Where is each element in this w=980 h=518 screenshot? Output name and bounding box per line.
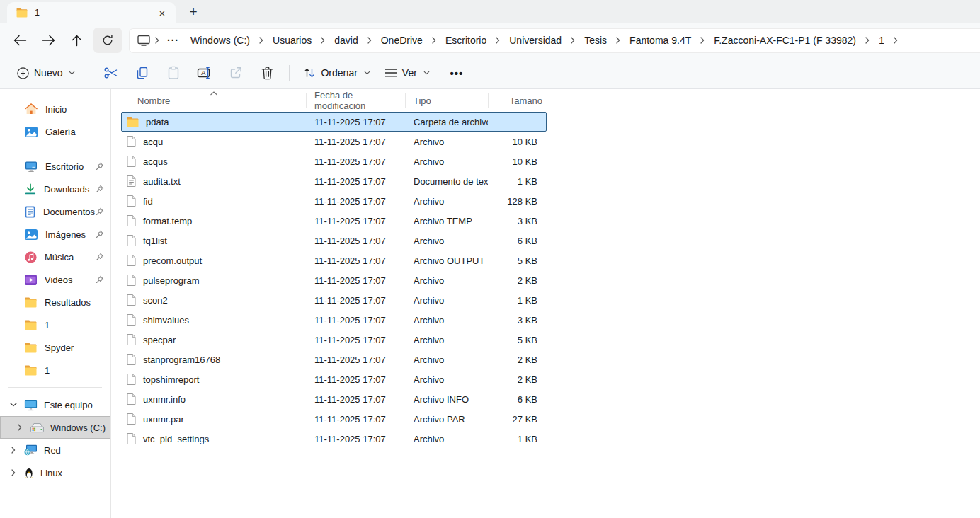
main-content: InicioGaleríaEscritorioDownloadsDocument… xyxy=(0,89,980,518)
file-date-cell: 11-11-2025 17:07 xyxy=(306,414,405,425)
refresh-button[interactable] xyxy=(93,28,122,53)
sort-button[interactable]: Ordenar xyxy=(296,61,377,85)
file-name-cell: fid xyxy=(122,195,306,207)
file-row[interactable]: scon211-11-2025 17:07Archivo1 KB xyxy=(121,290,547,310)
chevron-right-icon[interactable] xyxy=(9,447,18,454)
file-name: specpar xyxy=(143,335,176,345)
new-tab-button[interactable]: + xyxy=(183,3,204,21)
chevron-right-icon[interactable] xyxy=(16,424,24,431)
view-button[interactable]: Ver xyxy=(377,61,437,85)
column-header-tamano[interactable]: Tamaño xyxy=(489,93,549,108)
this-pc-icon xyxy=(137,34,151,47)
file-name: acqu xyxy=(143,137,163,147)
file-icon xyxy=(127,294,136,306)
file-size-cell: 3 KB xyxy=(488,315,545,326)
file-row[interactable]: uxnmr.info11-11-2025 17:07Archivo INFO6 … xyxy=(121,389,547,409)
file-row[interactable]: stanprogram1676811-11-2025 17:07Archivo2… xyxy=(121,350,547,369)
videos-icon xyxy=(25,275,37,285)
view-lines-icon xyxy=(384,68,397,78)
sidebar-item-resultados[interactable]: Resultados xyxy=(0,291,110,313)
sidebar-item-im-genes[interactable]: Imágenes xyxy=(0,223,110,246)
breadcrumb-segment[interactable]: 1 xyxy=(872,31,891,50)
up-button[interactable] xyxy=(62,28,91,53)
sidebar-tree-linux[interactable]: Linux xyxy=(0,461,110,484)
tab-close-icon[interactable]: × xyxy=(154,5,170,21)
copy-button[interactable] xyxy=(128,61,156,85)
chevron-down-icon xyxy=(69,71,75,75)
share-button[interactable] xyxy=(222,61,250,85)
home-icon xyxy=(25,103,38,115)
folder-icon xyxy=(25,365,37,376)
sidebar-item-videos[interactable]: Videos xyxy=(0,268,110,291)
sidebar-item-1[interactable]: 1 xyxy=(0,359,110,381)
file-size-cell: 128 KB xyxy=(488,196,545,207)
sidebar-tree-este-equipo[interactable]: Este equipo xyxy=(0,393,110,416)
paste-button[interactable] xyxy=(159,61,188,85)
delete-button[interactable] xyxy=(253,61,281,85)
column-header-fecha[interactable]: Fecha de modificación xyxy=(307,93,406,108)
chevron-right-icon[interactable] xyxy=(9,469,18,476)
more-options-button[interactable]: ••• xyxy=(443,61,471,85)
pin-icon xyxy=(96,253,104,263)
sidebar-tree-windows-c-[interactable]: Windows (C:) xyxy=(0,416,110,439)
back-button[interactable] xyxy=(6,28,34,53)
breadcrumb-segment[interactable]: F.Zacconi-AX-FC1-P1 (F 33982) xyxy=(707,31,862,50)
column-header-tipo[interactable]: Tipo xyxy=(406,93,489,108)
explorer-tab[interactable]: 1 × xyxy=(7,2,176,23)
file-date-cell: 11-11-2025 17:07 xyxy=(306,335,405,345)
file-row[interactable]: acqu11-11-2025 17:07Archivo10 KB xyxy=(121,132,547,151)
file-name-cell: specpar xyxy=(122,334,306,345)
cut-button[interactable] xyxy=(97,61,125,85)
address-bar[interactable]: ···Windows (C:)UsuariosdavidOneDriveEscr… xyxy=(129,28,980,53)
chevron-right-icon xyxy=(613,37,623,44)
file-name-cell: pulseprogram xyxy=(122,275,306,286)
file-type-cell: Archivo INFO xyxy=(405,394,488,405)
file-row[interactable]: pulseprogram11-11-2025 17:07Archivo2 KB xyxy=(121,270,547,290)
breadcrumb-segment[interactable]: Universidad xyxy=(503,31,568,50)
sidebar-item-galer-a[interactable]: Galería xyxy=(0,120,110,143)
sidebar-item-escritorio[interactable]: Escritorio xyxy=(0,155,110,178)
file-name: format.temp xyxy=(143,216,192,226)
file-row[interactable]: pdata11-11-2025 17:07Carpeta de archivos xyxy=(121,112,547,132)
breadcrumb-segment[interactable]: david xyxy=(328,31,364,50)
file-row[interactable]: vtc_pid_settings11-11-2025 17:07Archivo1… xyxy=(121,429,547,449)
breadcrumb-segment[interactable]: Windows (C:) xyxy=(184,31,256,50)
file-row[interactable]: audita.txt11-11-2025 17:07Documento de t… xyxy=(121,171,547,191)
sidebar: InicioGaleríaEscritorioDownloadsDocument… xyxy=(0,89,111,518)
file-row[interactable]: fq1list11-11-2025 17:07Archivo6 KB xyxy=(121,231,547,251)
forward-button[interactable] xyxy=(34,28,62,53)
breadcrumb-segment[interactable]: Fantoma 9.4T xyxy=(623,31,697,50)
new-button[interactable]: Nuevo xyxy=(10,61,82,85)
sidebar-item-documentos[interactable]: Documentos xyxy=(0,200,110,223)
file-row[interactable]: format.temp11-11-2025 17:07Archivo TEMP3… xyxy=(121,211,547,231)
file-row[interactable]: acqus11-11-2025 17:07Archivo10 KB xyxy=(121,151,547,171)
breadcrumb-segment[interactable]: Tesis xyxy=(578,31,613,50)
gallery-icon xyxy=(25,127,38,137)
sidebar-tree-red[interactable]: Red xyxy=(0,439,110,461)
breadcrumb-segment[interactable]: Usuarios xyxy=(266,31,318,50)
sidebar-item-1[interactable]: 1 xyxy=(0,313,110,336)
file-rows: pdata11-11-2025 17:07Carpeta de archivos… xyxy=(121,112,980,449)
chevron-down-icon xyxy=(423,71,430,75)
chevron-down-icon[interactable] xyxy=(9,403,18,407)
breadcrumb-segment[interactable]: Escritorio xyxy=(439,31,493,50)
column-header-nombre[interactable]: Nombre xyxy=(121,93,307,108)
breadcrumb-segment[interactable]: OneDrive xyxy=(375,31,429,50)
chevron-right-icon xyxy=(365,37,375,44)
sidebar-item-inicio[interactable]: Inicio xyxy=(0,98,110,120)
file-name: fid xyxy=(143,196,153,207)
file-row[interactable]: topshimreport11-11-2025 17:07Archivo2 KB xyxy=(121,369,547,389)
file-row[interactable]: uxnmr.par11-11-2025 17:07Archivo PAR27 K… xyxy=(121,409,547,429)
file-row[interactable]: specpar11-11-2025 17:07Archivo5 KB xyxy=(121,330,547,350)
textfile-icon xyxy=(127,175,136,187)
sidebar-item-downloads[interactable]: Downloads xyxy=(0,178,110,200)
file-size-cell: 2 KB xyxy=(488,275,545,286)
file-row[interactable]: shimvalues11-11-2025 17:07Archivo3 KB xyxy=(121,310,547,330)
file-row[interactable]: fid11-11-2025 17:07Archivo128 KB xyxy=(121,191,547,211)
file-type-cell: Archivo xyxy=(405,374,488,385)
breadcrumb-overflow[interactable]: ··· xyxy=(162,33,184,47)
sidebar-item-spyder[interactable]: Spyder xyxy=(0,336,110,359)
sidebar-item-m-sica[interactable]: Música xyxy=(0,246,110,268)
rename-button[interactable]: A xyxy=(190,61,219,85)
file-row[interactable]: precom.output11-11-2025 17:07Archivo OUT… xyxy=(121,251,547,270)
